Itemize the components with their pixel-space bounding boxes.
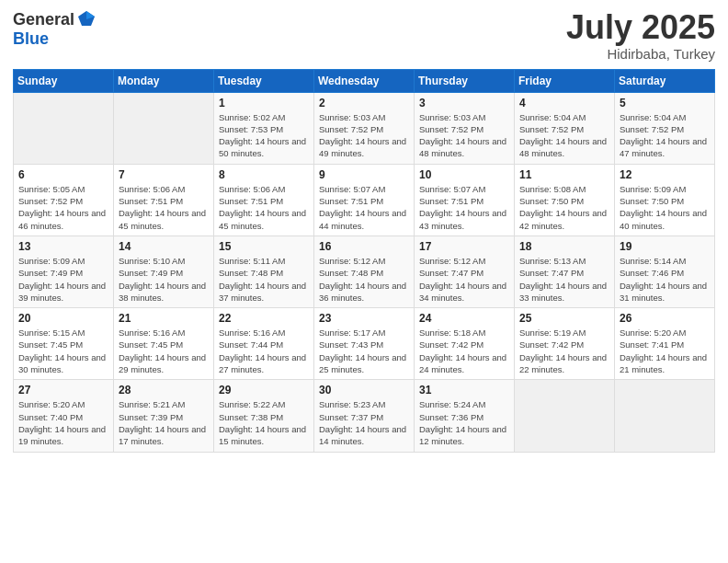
calendar-cell: 29Sunrise: 5:22 AMSunset: 7:38 PMDayligh…	[214, 380, 314, 452]
day-number: 25	[519, 312, 609, 325]
day-number: 17	[419, 240, 509, 253]
day-info: Sunrise: 5:24 AMSunset: 7:36 PMDaylight:…	[419, 398, 509, 447]
day-number: 20	[18, 312, 108, 325]
col-header-thursday: Thursday	[415, 69, 515, 92]
day-info: Sunrise: 5:14 AMSunset: 7:46 PMDaylight:…	[620, 255, 710, 304]
title-block: July 2025 Hidirbaba, Turkey	[566, 9, 715, 62]
col-header-tuesday: Tuesday	[214, 69, 314, 92]
day-info: Sunrise: 5:03 AMSunset: 7:52 PMDaylight:…	[319, 111, 409, 160]
day-info: Sunrise: 5:21 AMSunset: 7:39 PMDaylight:…	[119, 398, 209, 447]
header: General Blue July 2025 Hidirbaba, Turkey	[13, 9, 715, 62]
calendar-cell: 26Sunrise: 5:20 AMSunset: 7:41 PMDayligh…	[615, 308, 715, 380]
calendar-cell: 7Sunrise: 5:06 AMSunset: 7:51 PMDaylight…	[114, 164, 214, 236]
day-info: Sunrise: 5:09 AMSunset: 7:49 PMDaylight:…	[18, 255, 108, 304]
col-header-friday: Friday	[515, 69, 615, 92]
day-info: Sunrise: 5:18 AMSunset: 7:42 PMDaylight:…	[419, 327, 509, 375]
day-info: Sunrise: 5:03 AMSunset: 7:52 PMDaylight:…	[419, 111, 509, 160]
day-number: 19	[620, 240, 710, 253]
calendar-cell: 15Sunrise: 5:11 AMSunset: 7:48 PMDayligh…	[214, 236, 314, 307]
day-info: Sunrise: 5:08 AMSunset: 7:50 PMDaylight:…	[519, 183, 609, 232]
day-info: Sunrise: 5:22 AMSunset: 7:38 PMDaylight:…	[219, 398, 309, 447]
day-number: 10	[419, 168, 509, 181]
day-info: Sunrise: 5:06 AMSunset: 7:51 PMDaylight:…	[219, 183, 309, 232]
subtitle: Hidirbaba, Turkey	[566, 46, 715, 62]
calendar-cell: 13Sunrise: 5:09 AMSunset: 7:49 PMDayligh…	[14, 236, 114, 307]
calendar-cell: 22Sunrise: 5:16 AMSunset: 7:44 PMDayligh…	[214, 308, 314, 380]
day-info: Sunrise: 5:16 AMSunset: 7:44 PMDaylight:…	[219, 327, 309, 375]
day-number: 21	[119, 312, 209, 325]
day-number: 29	[219, 384, 309, 396]
day-number: 8	[219, 168, 309, 181]
day-info: Sunrise: 5:23 AMSunset: 7:37 PMDaylight:…	[319, 398, 409, 447]
day-info: Sunrise: 5:06 AMSunset: 7:51 PMDaylight:…	[119, 183, 209, 232]
calendar-cell: 23Sunrise: 5:17 AMSunset: 7:43 PMDayligh…	[314, 308, 415, 380]
calendar-cell: 24Sunrise: 5:18 AMSunset: 7:42 PMDayligh…	[415, 308, 515, 380]
day-number: 3	[419, 97, 509, 109]
day-number: 15	[219, 240, 309, 253]
day-info: Sunrise: 5:20 AMSunset: 7:41 PMDaylight:…	[620, 327, 710, 375]
calendar-week-row: 20Sunrise: 5:15 AMSunset: 7:45 PMDayligh…	[14, 308, 715, 380]
day-number: 11	[519, 168, 609, 181]
day-number: 26	[620, 312, 710, 325]
col-header-wednesday: Wednesday	[314, 69, 415, 92]
calendar-cell: 20Sunrise: 5:15 AMSunset: 7:45 PMDayligh…	[14, 308, 114, 380]
day-info: Sunrise: 5:07 AMSunset: 7:51 PMDaylight:…	[319, 183, 409, 232]
day-number: 16	[319, 240, 409, 253]
day-number: 7	[119, 168, 209, 181]
calendar-cell	[615, 380, 715, 452]
day-info: Sunrise: 5:19 AMSunset: 7:42 PMDaylight:…	[519, 327, 609, 375]
calendar-week-row: 1Sunrise: 5:02 AMSunset: 7:53 PMDaylight…	[14, 92, 715, 164]
day-number: 18	[519, 240, 609, 253]
calendar-cell: 2Sunrise: 5:03 AMSunset: 7:52 PMDaylight…	[314, 92, 415, 164]
calendar-week-row: 27Sunrise: 5:20 AMSunset: 7:40 PMDayligh…	[14, 380, 715, 452]
day-info: Sunrise: 5:07 AMSunset: 7:51 PMDaylight:…	[419, 183, 509, 232]
calendar-week-row: 6Sunrise: 5:05 AMSunset: 7:52 PMDaylight…	[14, 164, 715, 236]
calendar-cell: 11Sunrise: 5:08 AMSunset: 7:50 PMDayligh…	[515, 164, 615, 236]
calendar-header-row: SundayMondayTuesdayWednesdayThursdayFrid…	[14, 69, 715, 92]
day-info: Sunrise: 5:12 AMSunset: 7:48 PMDaylight:…	[319, 255, 409, 304]
calendar-week-row: 13Sunrise: 5:09 AMSunset: 7:49 PMDayligh…	[14, 236, 715, 307]
day-info: Sunrise: 5:02 AMSunset: 7:53 PMDaylight:…	[219, 111, 309, 160]
day-number: 2	[319, 97, 409, 109]
page: General Blue July 2025 Hidirbaba, Turkey…	[0, 0, 728, 563]
day-info: Sunrise: 5:05 AMSunset: 7:52 PMDaylight:…	[18, 183, 108, 232]
day-info: Sunrise: 5:17 AMSunset: 7:43 PMDaylight:…	[319, 327, 409, 375]
logo-general-text: General	[13, 10, 74, 29]
day-info: Sunrise: 5:10 AMSunset: 7:49 PMDaylight:…	[119, 255, 209, 304]
day-info: Sunrise: 5:04 AMSunset: 7:52 PMDaylight:…	[620, 111, 710, 160]
day-info: Sunrise: 5:20 AMSunset: 7:40 PMDaylight:…	[18, 398, 108, 447]
day-number: 31	[419, 384, 509, 396]
calendar-cell: 19Sunrise: 5:14 AMSunset: 7:46 PMDayligh…	[615, 236, 715, 307]
calendar-cell: 30Sunrise: 5:23 AMSunset: 7:37 PMDayligh…	[314, 380, 415, 452]
day-info: Sunrise: 5:15 AMSunset: 7:45 PMDaylight:…	[18, 327, 108, 375]
day-number: 23	[319, 312, 409, 325]
calendar-cell: 6Sunrise: 5:05 AMSunset: 7:52 PMDaylight…	[14, 164, 114, 236]
day-number: 9	[319, 168, 409, 181]
day-info: Sunrise: 5:04 AMSunset: 7:52 PMDaylight:…	[519, 111, 609, 160]
day-info: Sunrise: 5:09 AMSunset: 7:50 PMDaylight:…	[620, 183, 710, 232]
day-number: 28	[119, 384, 209, 396]
day-number: 27	[18, 384, 108, 396]
col-header-monday: Monday	[114, 69, 214, 92]
calendar-cell: 1Sunrise: 5:02 AMSunset: 7:53 PMDaylight…	[214, 92, 314, 164]
calendar-cell: 12Sunrise: 5:09 AMSunset: 7:50 PMDayligh…	[615, 164, 715, 236]
day-number: 30	[319, 384, 409, 396]
calendar-cell: 28Sunrise: 5:21 AMSunset: 7:39 PMDayligh…	[114, 380, 214, 452]
calendar-cell: 17Sunrise: 5:12 AMSunset: 7:47 PMDayligh…	[415, 236, 515, 307]
calendar-cell: 4Sunrise: 5:04 AMSunset: 7:52 PMDaylight…	[515, 92, 615, 164]
logo: General Blue	[13, 9, 97, 49]
day-number: 22	[219, 312, 309, 325]
day-number: 12	[620, 168, 710, 181]
calendar-cell: 31Sunrise: 5:24 AMSunset: 7:36 PMDayligh…	[415, 380, 515, 452]
calendar-cell: 14Sunrise: 5:10 AMSunset: 7:49 PMDayligh…	[114, 236, 214, 307]
day-info: Sunrise: 5:11 AMSunset: 7:48 PMDaylight:…	[219, 255, 309, 304]
calendar-cell: 5Sunrise: 5:04 AMSunset: 7:52 PMDaylight…	[615, 92, 715, 164]
day-number: 4	[519, 97, 609, 109]
calendar-cell: 18Sunrise: 5:13 AMSunset: 7:47 PMDayligh…	[515, 236, 615, 307]
calendar-cell: 10Sunrise: 5:07 AMSunset: 7:51 PMDayligh…	[415, 164, 515, 236]
calendar-cell: 21Sunrise: 5:16 AMSunset: 7:45 PMDayligh…	[114, 308, 214, 380]
calendar-cell: 8Sunrise: 5:06 AMSunset: 7:51 PMDaylight…	[214, 164, 314, 236]
day-info: Sunrise: 5:12 AMSunset: 7:47 PMDaylight:…	[419, 255, 509, 304]
calendar-cell: 3Sunrise: 5:03 AMSunset: 7:52 PMDaylight…	[415, 92, 515, 164]
logo-flag-icon	[76, 9, 97, 29]
